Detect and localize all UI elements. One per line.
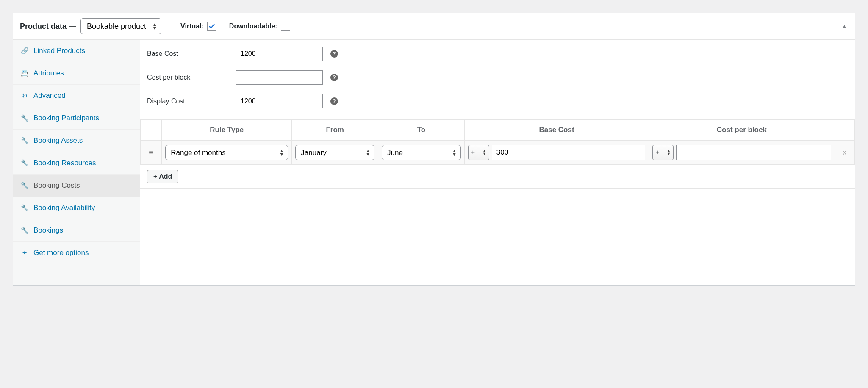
cpb-op-select[interactable]: + ▲▼ [652, 145, 674, 160]
content-area: Base Cost ? Cost per block ? Display Cos… [140, 40, 855, 285]
rule-type-select[interactable]: Range of months [165, 145, 288, 160]
panel-header: Product data — Bookable product ▲▼ Virtu… [13, 13, 855, 40]
tab-linked-products[interactable]: 🔗 Linked Products [13, 40, 140, 62]
separator [171, 22, 171, 31]
add-row-region: + Add [140, 165, 855, 189]
base-cost-row: Base Cost ? [147, 47, 848, 61]
cost-fields: Base Cost ? Cost per block ? Display Cos… [140, 40, 855, 119]
sidebar-tabs: 🔗 Linked Products 📇 Attributes ⚙ Advance… [13, 40, 140, 285]
tab-booking-participants[interactable]: 🔧 Booking Participants [13, 107, 140, 130]
wrench-icon: 🔧 [21, 182, 28, 189]
panel-title: Product data — [20, 22, 76, 31]
tab-label: Get more options [33, 249, 89, 257]
wrench-icon: 🔧 [21, 114, 28, 122]
display-cost-input[interactable] [236, 94, 323, 108]
rule-to-select[interactable]: June [382, 145, 461, 160]
col-cpb: Cost per block [649, 120, 835, 141]
wrench-icon: 🔧 [21, 204, 28, 212]
col-basecost: Base Cost [464, 120, 649, 141]
tab-bookings[interactable]: 🔧 Bookings [13, 219, 140, 242]
remove-row-button[interactable]: x [835, 141, 855, 165]
col-to: To [378, 120, 465, 141]
help-icon[interactable]: ? [330, 50, 338, 58]
wrench-icon: 🔧 [21, 227, 28, 234]
help-icon[interactable]: ? [330, 97, 338, 105]
col-handle [141, 120, 162, 141]
rule-from-select[interactable]: January [295, 145, 374, 160]
collapse-icon[interactable]: ▲ [841, 23, 847, 30]
downloadable-label-wrap: Downloadable: [229, 22, 290, 31]
tab-attributes[interactable]: 📇 Attributes [13, 62, 140, 85]
gear-icon: ⚙ [21, 92, 28, 100]
link-icon: 🔗 [21, 47, 28, 55]
tab-get-more-options[interactable]: ✦ Get more options [13, 242, 140, 264]
virtual-label-wrap: Virtual: [180, 22, 216, 31]
cost-per-block-row: Cost per block ? [147, 70, 848, 85]
tab-label: Bookings [33, 226, 63, 235]
caret-icon: ▲▼ [667, 150, 671, 155]
op-value: + [471, 149, 475, 156]
base-cost-label: Base Cost [147, 50, 236, 58]
tab-label: Booking Availability [33, 204, 95, 212]
tab-label: Attributes [33, 69, 64, 78]
panel-body: 🔗 Linked Products 📇 Attributes ⚙ Advance… [13, 40, 855, 285]
tab-label: Advanced [33, 91, 66, 100]
add-rule-button[interactable]: + Add [147, 170, 178, 183]
display-cost-row: Display Cost ? [147, 94, 848, 108]
col-remove [835, 120, 855, 141]
card-icon: 📇 [21, 69, 28, 77]
check-icon [208, 23, 215, 30]
tab-booking-availability[interactable]: 🔧 Booking Availability [13, 197, 140, 219]
cost-per-block-label: Cost per block [147, 74, 236, 81]
base-cost-input[interactable] [236, 47, 323, 61]
col-ruletype: Rule Type [162, 120, 292, 141]
virtual-checkbox[interactable] [207, 22, 216, 31]
product-type-select[interactable]: Bookable product [80, 18, 161, 34]
tab-label: Booking Assets [33, 136, 83, 145]
cost-rules-table: Rule Type From To Base Cost Cost per blo… [140, 119, 855, 165]
virtual-label: Virtual: [180, 22, 204, 30]
base-cost-op-select[interactable]: + ▲▼ [468, 145, 489, 160]
tab-booking-assets[interactable]: 🔧 Booking Assets [13, 130, 140, 152]
rule-cpb-input[interactable] [676, 145, 831, 160]
col-from: From [292, 120, 378, 141]
tab-label: Booking Resources [33, 159, 96, 167]
tab-label: Linked Products [33, 47, 85, 55]
caret-icon: ▲▼ [483, 150, 486, 155]
help-icon[interactable]: ? [330, 74, 338, 81]
tab-booking-costs[interactable]: 🔧 Booking Costs [13, 175, 140, 197]
tab-booking-resources[interactable]: 🔧 Booking Resources [13, 152, 140, 175]
rule-row: ≡ Range of months ▲▼ [141, 141, 855, 165]
wrench-icon: 🔧 [21, 137, 28, 144]
downloadable-label: Downloadable: [229, 22, 277, 30]
downloadable-checkbox[interactable] [281, 22, 290, 31]
cost-per-block-input[interactable] [236, 70, 323, 85]
tab-advanced[interactable]: ⚙ Advanced [13, 85, 140, 107]
product-data-panel: Product data — Bookable product ▲▼ Virtu… [13, 13, 855, 286]
tab-label: Booking Participants [33, 114, 99, 122]
sparkle-icon: ✦ [21, 249, 28, 257]
display-cost-label: Display Cost [147, 97, 236, 105]
op-value: + [655, 149, 659, 156]
wrench-icon: 🔧 [21, 159, 28, 167]
tab-label: Booking Costs [33, 181, 80, 190]
rule-base-cost-input[interactable] [492, 145, 645, 160]
drag-handle-icon[interactable]: ≡ [141, 141, 162, 165]
